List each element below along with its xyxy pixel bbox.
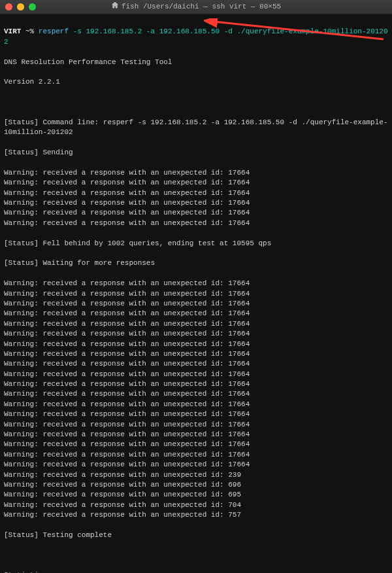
tool-version: Version 2.2.1 — [4, 77, 388, 87]
warning-line: Warning: received a response with an une… — [4, 389, 388, 399]
prompt-symbol: ~% — [25, 27, 34, 35]
warning-line: Warning: received a response with an une… — [4, 480, 388, 490]
blank-line — [4, 97, 388, 107]
window-title-text: fish /Users/daichi — ssh virt — 80×55 — [122, 2, 281, 12]
status-fell-behind: [Status] Fell behind by 1002 queries, en… — [4, 239, 388, 249]
warning-line: Warning: received a response with an une… — [4, 299, 388, 309]
blank-line — [4, 551, 388, 561]
warning-line: Warning: received a response with an une… — [4, 490, 388, 500]
warning-line: Warning: received a response with an une… — [4, 349, 388, 359]
warning-line: Warning: received a response with an une… — [4, 460, 388, 470]
warning-line: Warning: received a response with an une… — [4, 400, 388, 409]
stats-heading: Statistics: — [4, 570, 388, 573]
prompt-host: VIRT — [4, 27, 21, 35]
status-sending: [Status] Sending — [4, 148, 388, 158]
status-complete: [Status] Testing complete — [4, 530, 388, 540]
warning-line: Warning: received a response with an une… — [4, 510, 388, 520]
warning-line: Warning: received a response with an une… — [4, 409, 388, 419]
command-name: resperf — [39, 27, 69, 35]
window-title: fish /Users/daichi — ssh virt — 80×55 — [0, 1, 392, 12]
warning-line: Warning: received a response with an une… — [4, 289, 388, 299]
prompt-line: VIRT ~% resperf -s 192.168.185.2 -a 192.… — [4, 27, 388, 47]
warning-line: Warning: received a response with an une… — [4, 430, 388, 440]
warning-line: Warning: received a response with an une… — [4, 319, 388, 329]
warning-line: Warning: received a response with an une… — [4, 339, 388, 349]
warning-line: Warning: received a response with an une… — [4, 188, 388, 198]
warning-group-1: Warning: received a response with an une… — [4, 168, 388, 228]
home-icon — [111, 1, 119, 12]
warning-line: Warning: received a response with an une… — [4, 279, 388, 288]
terminal-output[interactable]: VIRT ~% resperf -s 192.168.185.2 -a 192.… — [0, 14, 392, 573]
warning-line: Warning: received a response with an une… — [4, 370, 388, 379]
status-waiting: [Status] Waiting for more responses — [4, 258, 388, 268]
warning-line: Warning: received a response with an une… — [4, 309, 388, 319]
warning-line: Warning: received a response with an une… — [4, 178, 388, 188]
warning-line: Warning: received a response with an une… — [4, 329, 388, 339]
warning-line: Warning: received a response with an une… — [4, 208, 388, 218]
warning-line: Warning: received a response with an une… — [4, 440, 388, 449]
tool-title: DNS Resolution Performance Testing Tool — [4, 58, 388, 67]
status-cmdline: [Status] Command line: resperf -s 192.16… — [4, 118, 388, 138]
warning-line: Warning: received a response with an une… — [4, 379, 388, 389]
warning-line: Warning: received a response with an une… — [4, 218, 388, 228]
warning-line: Warning: received a response with an une… — [4, 450, 388, 460]
warning-line: Warning: received a response with an une… — [4, 198, 388, 208]
warning-line: Warning: received a response with an une… — [4, 470, 388, 480]
warning-group-2: Warning: received a response with an une… — [4, 279, 388, 520]
window-titlebar: fish /Users/daichi — ssh virt — 80×55 — [0, 0, 392, 14]
warning-line: Warning: received a response with an une… — [4, 359, 388, 369]
warning-line: Warning: received a response with an une… — [4, 500, 388, 510]
warning-line: Warning: received a response with an une… — [4, 420, 388, 430]
warning-line: Warning: received a response with an une… — [4, 168, 388, 178]
